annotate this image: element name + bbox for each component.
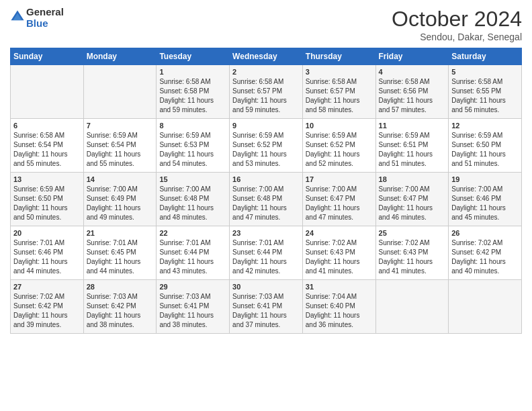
calendar-cell: 24Sunrise: 7:02 AM Sunset: 6:43 PM Dayli… xyxy=(302,226,375,280)
day-info: Sunrise: 6:59 AM Sunset: 6:53 PM Dayligh… xyxy=(159,131,226,169)
day-info: Sunrise: 7:00 AM Sunset: 6:47 PM Dayligh… xyxy=(306,185,373,222)
calendar-cell: 27Sunrise: 7:02 AM Sunset: 6:42 PM Dayli… xyxy=(11,280,84,334)
day-info: Sunrise: 6:59 AM Sunset: 6:52 PM Dayligh… xyxy=(306,131,373,169)
day-number: 24 xyxy=(306,229,373,237)
day-number: 31 xyxy=(306,283,373,291)
calendar-cell: 6Sunrise: 6:58 AM Sunset: 6:54 PM Daylig… xyxy=(11,119,84,173)
day-info: Sunrise: 7:00 AM Sunset: 6:48 PM Dayligh… xyxy=(232,185,300,222)
day-number: 11 xyxy=(379,122,446,130)
title-section: October 2024 Sendou, Dakar, Senegal xyxy=(392,7,522,42)
day-number: 6 xyxy=(13,122,81,130)
calendar-cell xyxy=(83,65,157,119)
day-info: Sunrise: 7:00 AM Sunset: 6:47 PM Dayligh… xyxy=(379,185,446,222)
day-number: 4 xyxy=(379,68,446,76)
calendar-cell: 18Sunrise: 7:00 AM Sunset: 6:47 PM Dayli… xyxy=(375,173,449,226)
day-info: Sunrise: 7:02 AM Sunset: 6:42 PM Dayligh… xyxy=(451,238,519,276)
day-info: Sunrise: 6:59 AM Sunset: 6:50 PM Dayligh… xyxy=(13,185,81,222)
day-info: Sunrise: 7:04 AM Sunset: 6:40 PM Dayligh… xyxy=(306,292,373,330)
day-info: Sunrise: 6:58 AM Sunset: 6:57 PM Dayligh… xyxy=(306,77,373,115)
calendar-cell: 7Sunrise: 6:59 AM Sunset: 6:54 PM Daylig… xyxy=(83,119,157,173)
day-number: 16 xyxy=(232,175,300,183)
col-monday: Monday xyxy=(83,48,157,65)
calendar-cell: 10Sunrise: 6:59 AM Sunset: 6:52 PM Dayli… xyxy=(302,119,375,173)
day-number: 13 xyxy=(13,175,81,183)
day-number: 30 xyxy=(232,283,300,291)
day-number: 17 xyxy=(306,175,373,183)
calendar-cell: 25Sunrise: 7:02 AM Sunset: 6:43 PM Dayli… xyxy=(375,226,449,280)
day-number: 14 xyxy=(87,175,154,183)
calendar-week-row: 6Sunrise: 6:58 AM Sunset: 6:54 PM Daylig… xyxy=(11,119,522,173)
calendar-cell: 5Sunrise: 6:58 AM Sunset: 6:55 PM Daylig… xyxy=(449,65,522,119)
day-number: 12 xyxy=(451,122,519,130)
calendar-body: 1Sunrise: 6:58 AM Sunset: 6:58 PM Daylig… xyxy=(11,65,522,334)
day-info: Sunrise: 7:00 AM Sunset: 6:48 PM Dayligh… xyxy=(159,185,226,222)
day-info: Sunrise: 6:59 AM Sunset: 6:50 PM Dayligh… xyxy=(451,131,519,169)
day-info: Sunrise: 7:01 AM Sunset: 6:44 PM Dayligh… xyxy=(232,238,300,276)
day-info: Sunrise: 7:00 AM Sunset: 6:49 PM Dayligh… xyxy=(87,185,154,222)
day-number: 9 xyxy=(232,122,300,130)
day-info: Sunrise: 7:01 AM Sunset: 6:44 PM Dayligh… xyxy=(159,238,226,276)
day-number: 19 xyxy=(451,175,519,183)
weekday-row: Sunday Monday Tuesday Wednesday Thursday… xyxy=(11,48,522,65)
day-info: Sunrise: 7:01 AM Sunset: 6:45 PM Dayligh… xyxy=(87,238,154,276)
header: General Blue October 2024 Sendou, Dakar,… xyxy=(10,7,522,42)
calendar-cell: 13Sunrise: 6:59 AM Sunset: 6:50 PM Dayli… xyxy=(11,173,84,226)
calendar-cell: 15Sunrise: 7:00 AM Sunset: 6:48 PM Dayli… xyxy=(157,173,230,226)
location-subtitle: Sendou, Dakar, Senegal xyxy=(392,32,522,42)
calendar-header: Sunday Monday Tuesday Wednesday Thursday… xyxy=(11,48,522,65)
calendar-cell xyxy=(449,280,522,334)
calendar-cell: 30Sunrise: 7:03 AM Sunset: 6:41 PM Dayli… xyxy=(230,280,303,334)
day-info: Sunrise: 7:03 AM Sunset: 6:42 PM Dayligh… xyxy=(87,292,154,330)
calendar-cell: 22Sunrise: 7:01 AM Sunset: 6:44 PM Dayli… xyxy=(157,226,230,280)
calendar-cell: 20Sunrise: 7:01 AM Sunset: 6:46 PM Dayli… xyxy=(11,226,84,280)
day-number: 10 xyxy=(306,122,373,130)
calendar-cell: 29Sunrise: 7:03 AM Sunset: 6:41 PM Dayli… xyxy=(157,280,230,334)
day-number: 29 xyxy=(159,283,226,291)
day-info: Sunrise: 6:58 AM Sunset: 6:57 PM Dayligh… xyxy=(232,77,300,115)
calendar-cell: 14Sunrise: 7:00 AM Sunset: 6:49 PM Dayli… xyxy=(83,173,157,226)
col-sunday: Sunday xyxy=(11,48,84,65)
month-title: October 2024 xyxy=(392,7,522,32)
day-number: 7 xyxy=(87,122,154,130)
logo-icon xyxy=(10,9,25,24)
day-number: 22 xyxy=(159,229,226,237)
calendar-cell: 3Sunrise: 6:58 AM Sunset: 6:57 PM Daylig… xyxy=(302,65,375,119)
day-info: Sunrise: 7:00 AM Sunset: 6:46 PM Dayligh… xyxy=(451,185,519,222)
calendar-cell xyxy=(375,280,449,334)
day-info: Sunrise: 7:01 AM Sunset: 6:46 PM Dayligh… xyxy=(13,238,81,276)
page: General Blue October 2024 Sendou, Dakar,… xyxy=(0,0,532,411)
col-friday: Friday xyxy=(375,48,449,65)
day-info: Sunrise: 7:02 AM Sunset: 6:43 PM Dayligh… xyxy=(306,238,373,276)
day-info: Sunrise: 6:59 AM Sunset: 6:51 PM Dayligh… xyxy=(379,131,446,169)
calendar-cell: 21Sunrise: 7:01 AM Sunset: 6:45 PM Dayli… xyxy=(83,226,157,280)
calendar-cell: 17Sunrise: 7:00 AM Sunset: 6:47 PM Dayli… xyxy=(302,173,375,226)
day-number: 3 xyxy=(306,68,373,76)
day-number: 5 xyxy=(451,68,519,76)
calendar-cell xyxy=(11,65,84,119)
calendar-table: Sunday Monday Tuesday Wednesday Thursday… xyxy=(10,48,522,334)
calendar-cell: 12Sunrise: 6:59 AM Sunset: 6:50 PM Dayli… xyxy=(449,119,522,173)
calendar-cell: 1Sunrise: 6:58 AM Sunset: 6:58 PM Daylig… xyxy=(157,65,230,119)
calendar-cell: 2Sunrise: 6:58 AM Sunset: 6:57 PM Daylig… xyxy=(230,65,303,119)
calendar-cell: 16Sunrise: 7:00 AM Sunset: 6:48 PM Dayli… xyxy=(230,173,303,226)
day-info: Sunrise: 6:58 AM Sunset: 6:55 PM Dayligh… xyxy=(451,77,519,115)
day-number: 21 xyxy=(87,229,154,237)
day-info: Sunrise: 7:02 AM Sunset: 6:43 PM Dayligh… xyxy=(379,238,446,276)
day-info: Sunrise: 7:03 AM Sunset: 6:41 PM Dayligh… xyxy=(232,292,300,330)
day-number: 18 xyxy=(379,175,446,183)
col-tuesday: Tuesday xyxy=(157,48,230,65)
logo-general-text: General xyxy=(26,7,64,18)
calendar-week-row: 20Sunrise: 7:01 AM Sunset: 6:46 PM Dayli… xyxy=(11,226,522,280)
day-number: 8 xyxy=(159,122,226,130)
calendar-cell: 31Sunrise: 7:04 AM Sunset: 6:40 PM Dayli… xyxy=(302,280,375,334)
day-number: 15 xyxy=(159,175,226,183)
day-number: 2 xyxy=(232,68,300,76)
logo-blue-text: Blue xyxy=(26,18,64,30)
calendar-week-row: 13Sunrise: 6:59 AM Sunset: 6:50 PM Dayli… xyxy=(11,173,522,226)
day-info: Sunrise: 6:59 AM Sunset: 6:52 PM Dayligh… xyxy=(232,131,300,169)
day-number: 26 xyxy=(451,229,519,237)
day-number: 1 xyxy=(159,68,226,76)
col-thursday: Thursday xyxy=(302,48,375,65)
calendar-cell: 8Sunrise: 6:59 AM Sunset: 6:53 PM Daylig… xyxy=(157,119,230,173)
calendar-cell: 28Sunrise: 7:03 AM Sunset: 6:42 PM Dayli… xyxy=(83,280,157,334)
